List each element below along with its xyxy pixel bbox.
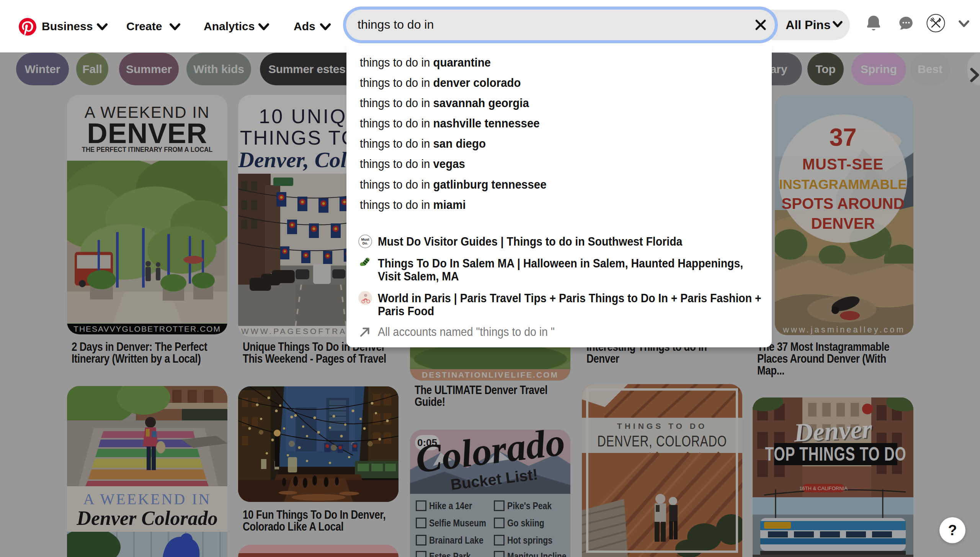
svg-text:Do.: Do. [363,241,368,245]
svg-text:Must: Must [361,238,369,241]
